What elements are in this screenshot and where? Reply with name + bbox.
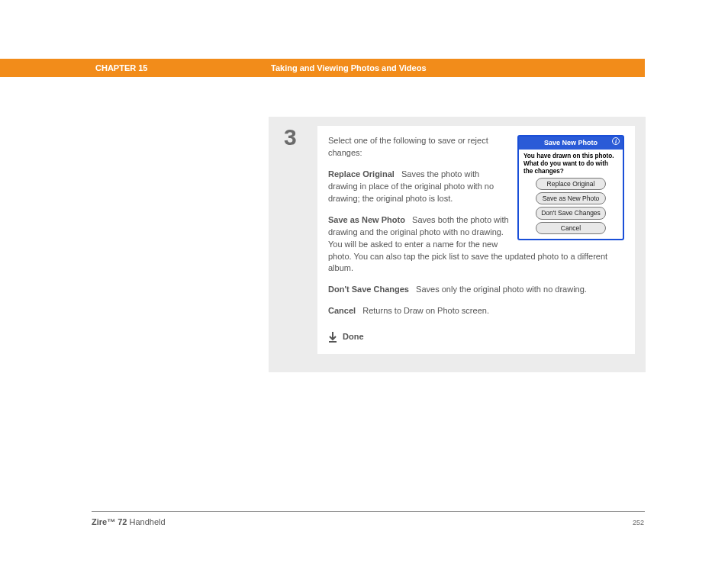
done-label: Done (343, 331, 364, 343)
dialog-title-bar: Save New Photo i (519, 137, 623, 150)
option-dont: Don't Save Changes Saves only the origin… (328, 284, 624, 296)
dialog-button-group: Replace Original Save as New Photo Don't… (519, 178, 623, 239)
chapter-header: CHAPTER 15 Taking and Viewing Photos and… (0, 59, 645, 77)
dialog-button-replace[interactable]: Replace Original (536, 178, 606, 190)
chapter-label: CHAPTER 15 (95, 63, 147, 72)
option-replace-label: Replace Original (328, 169, 395, 179)
done-row: Done (328, 331, 624, 343)
chapter-title: Taking and Viewing Photos and Videos (271, 63, 427, 72)
dialog-button-dont[interactable]: Don't Save Changes (536, 207, 606, 219)
option-cancel-label: Cancel (328, 306, 356, 315)
option-dont-label: Don't Save Changes (328, 285, 409, 294)
dialog-button-saveas[interactable]: Save as New Photo (536, 192, 606, 204)
dialog-title-text: Save New Photo (544, 139, 598, 146)
option-cancel-desc: Returns to Draw on Photo screen. (362, 306, 489, 315)
dialog-message: You have drawn on this photo. What do yo… (519, 150, 623, 178)
step-number: 3 (279, 126, 317, 149)
save-dialog-screenshot: Save New Photo i You have drawn on this … (517, 135, 624, 240)
page-number: 252 (633, 519, 644, 526)
option-cancel: Cancel Returns to Draw on Photo screen. (328, 305, 624, 317)
done-arrow-icon (328, 332, 337, 343)
info-icon: i (612, 137, 620, 145)
footer-product: Zire™ 72 Handheld (92, 517, 166, 526)
product-suffix: Handheld (130, 517, 166, 526)
step-body: Save New Photo i You have drawn on this … (317, 126, 635, 354)
footer-rule (92, 511, 645, 512)
option-dont-desc: Saves only the original photo with no dr… (416, 285, 587, 294)
instruction-block: 3 Save New Photo i You have drawn on thi… (269, 117, 646, 372)
dialog-button-cancel[interactable]: Cancel (536, 222, 606, 234)
option-saveas-label: Save as New Photo (328, 215, 405, 224)
product-name: Zire™ 72 (92, 517, 127, 526)
